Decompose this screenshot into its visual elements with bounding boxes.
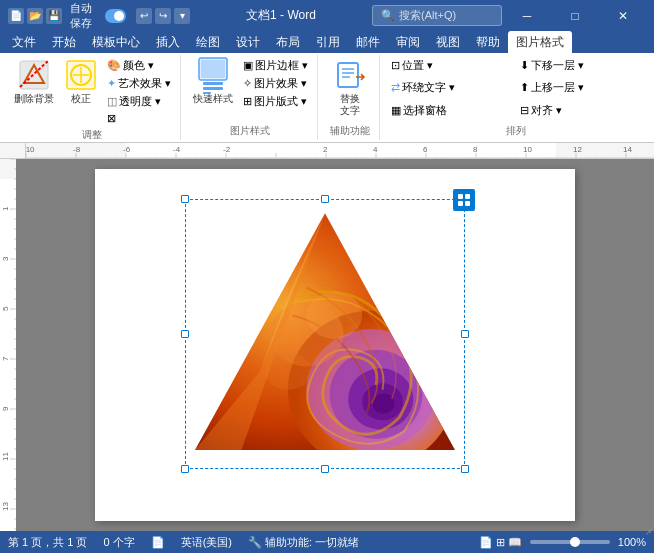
handle-bottom-right[interactable] [461, 465, 469, 473]
accessibility-content: 替换文字 [330, 57, 370, 122]
align-icon: ⊟ [520, 104, 529, 117]
pic-layout-button[interactable]: ⊞ 图片版式 ▾ [240, 93, 311, 110]
arrange-label: 排列 [506, 122, 526, 138]
pic-effect-button[interactable]: ✧ 图片效果 ▾ [240, 75, 311, 92]
correct-label: 校正 [71, 93, 91, 105]
ruler-horizontal-area [0, 143, 654, 159]
handle-middle-right[interactable] [461, 330, 469, 338]
autosave-toggle[interactable]: 自动保存 [70, 1, 126, 31]
search-box[interactable]: 🔍 搜索(Alt+Q) [372, 5, 502, 26]
adjust-group-content: 删除背景 校正 🎨 颜色 ▾ [10, 57, 174, 126]
minimize-button[interactable]: ─ [504, 0, 550, 31]
pic-layout-icon: ⊞ [243, 95, 252, 108]
tab-draw[interactable]: 绘图 [188, 31, 228, 53]
undo-icon[interactable]: ↩ [136, 8, 152, 24]
tab-review[interactable]: 审阅 [388, 31, 428, 53]
document-page [95, 169, 575, 521]
svg-rect-32 [458, 201, 463, 206]
title-text: 文档1 - Word [246, 8, 316, 22]
ribbon-tab-bar: 文件 开始 模板中心 插入 绘图 设计 布局 引用 邮件 审阅 视图 帮助 图片… [0, 31, 654, 53]
new-doc-icon[interactable]: 📄 [8, 8, 24, 24]
art-effect-icon: ✦ [107, 77, 116, 90]
tab-picture-format[interactable]: 图片格式 [508, 31, 572, 53]
tab-layout[interactable]: 布局 [268, 31, 308, 53]
tab-help[interactable]: 帮助 [468, 31, 508, 53]
align-label: 对齐 ▾ [531, 103, 562, 118]
title-right-controls: 🔍 搜索(Alt+Q) ─ □ ✕ [372, 0, 646, 31]
pic-layout-label: 图片版式 ▾ [254, 94, 307, 109]
replace-text-icon [334, 59, 366, 91]
adjust-group-label: 调整 [82, 126, 102, 142]
color-label: 颜色 ▾ [123, 58, 154, 73]
svg-rect-30 [458, 194, 463, 199]
more-icon[interactable]: ▾ [174, 8, 190, 24]
tab-file[interactable]: 文件 [4, 31, 44, 53]
bring-front-icon: ⬆ [520, 81, 529, 94]
handle-bottom-center[interactable] [321, 465, 329, 473]
tab-home[interactable]: 开始 [44, 31, 84, 53]
zoom-thumb [570, 537, 580, 547]
picture-style-content: 快速样式 ▣ 图片边框 ▾ ✧ 图片效果 ▾ ⊞ 图片版式 ▾ [189, 57, 311, 122]
send-back-label: 下移一层 ▾ [531, 58, 584, 73]
tab-mail[interactable]: 邮件 [348, 31, 388, 53]
quick-style-button[interactable]: 快速样式 [189, 57, 237, 107]
zoom-level: 100% [618, 536, 646, 548]
compress-button[interactable]: ⊠ [104, 111, 174, 126]
remove-background-button[interactable]: 删除背景 [10, 57, 58, 107]
correct-button[interactable]: 校正 [61, 57, 101, 107]
send-back-icon: ⬇ [520, 59, 529, 72]
tab-view[interactable]: 视图 [428, 31, 468, 53]
ruler-corner [0, 143, 26, 159]
zoom-slider[interactable] [530, 540, 610, 544]
title-bar-left: 📄 📂 💾 自动保存 ↩ ↪ ▾ [8, 1, 190, 31]
correct-icon [65, 59, 97, 91]
handle-middle-left[interactable] [181, 330, 189, 338]
word-count: 0 个字 [103, 535, 134, 550]
tab-references[interactable]: 引用 [308, 31, 348, 53]
open-icon[interactable]: 📂 [27, 8, 43, 24]
document-area [0, 159, 654, 531]
redo-icon[interactable]: ↪ [155, 8, 171, 24]
status-bar: 第 1 页，共 1 页 0 个字 📄 英语(美国) 🔧 辅助功能: 一切就绪 📄… [0, 531, 654, 553]
remove-bg-icon [18, 59, 50, 91]
transparent-button[interactable]: ◫ 透明度 ▾ [104, 93, 174, 110]
bring-front-button[interactable]: ⬆ 上移一层 ▾ [517, 79, 644, 96]
wrap-text-button[interactable]: ⇄ 环绕文字 ▾ [388, 79, 515, 96]
picture-style-label: 图片样式 [230, 122, 270, 138]
align-button[interactable]: ⊟ 对齐 ▾ [517, 102, 644, 119]
picture-style-small: ▣ 图片边框 ▾ ✧ 图片效果 ▾ ⊞ 图片版式 ▾ [240, 57, 311, 110]
selected-image-container[interactable] [185, 199, 465, 469]
color-button[interactable]: 🎨 颜色 ▾ [104, 57, 174, 74]
maximize-button[interactable]: □ [552, 0, 598, 31]
select-pane-button[interactable]: ▦ 选择窗格 [388, 102, 515, 119]
layout-options-badge[interactable] [453, 189, 475, 211]
accessibility-label: 辅助功能 [330, 122, 370, 138]
tab-template[interactable]: 模板中心 [84, 31, 148, 53]
handle-top-center[interactable] [321, 195, 329, 203]
ribbon-group-arrange: ⊡ 位置 ▾ ⬇ 下移一层 ▾ ⇄ 环绕文字 ▾ ⬆ 上移一层 ▾ ▦ 选择窗格… [382, 55, 650, 140]
art-effect-button[interactable]: ✦ 艺术效果 ▾ [104, 75, 174, 92]
handle-bottom-left[interactable] [181, 465, 189, 473]
autosave-switch[interactable] [105, 9, 126, 23]
art-effect-label: 艺术效果 ▾ [118, 76, 171, 91]
svg-rect-10 [203, 87, 223, 90]
document-scroll[interactable] [16, 159, 654, 531]
send-back-button[interactable]: ⬇ 下移一层 ▾ [517, 57, 644, 74]
save-icon[interactable]: 💾 [46, 8, 62, 24]
ribbon-group-accessibility: 替换文字 辅助功能 [320, 55, 380, 140]
tab-insert[interactable]: 插入 [148, 31, 188, 53]
doc-icon: 📄 [151, 536, 165, 549]
close-button[interactable]: ✕ [600, 0, 646, 31]
compress-icon: ⊠ [107, 112, 116, 125]
picture-style-expand[interactable]: ↗ [645, 528, 652, 537]
vertical-ruler [0, 159, 16, 531]
replace-text-button[interactable]: 替换文字 [330, 57, 370, 119]
window-title: 文档1 - Word [190, 7, 372, 24]
position-icon: ⊡ [391, 59, 400, 72]
svg-rect-12 [338, 63, 358, 87]
handle-top-left[interactable] [181, 195, 189, 203]
pic-border-button[interactable]: ▣ 图片边框 ▾ [240, 57, 311, 74]
pic-effect-icon: ✧ [243, 77, 252, 90]
tab-design[interactable]: 设计 [228, 31, 268, 53]
position-button[interactable]: ⊡ 位置 ▾ [388, 57, 515, 74]
